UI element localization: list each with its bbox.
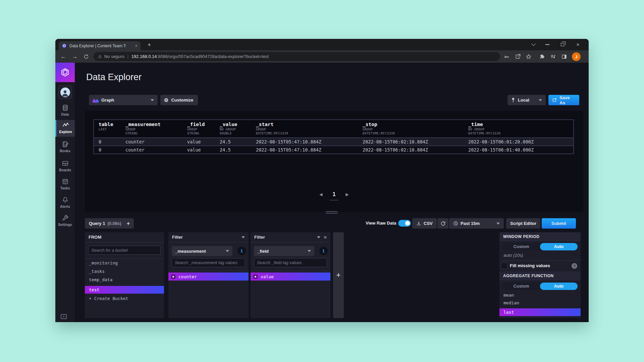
column-header[interactable]: _stopGROUPDATETIME:RFC3339	[358, 120, 464, 137]
time-range-dropdown[interactable]: Past 15m	[449, 218, 504, 229]
column-header[interactable]: _fieldGROUPSTRING	[182, 120, 215, 137]
database-icon	[62, 104, 69, 111]
refresh-button[interactable]	[437, 218, 448, 229]
filter-close-icon[interactable]: ×	[324, 234, 327, 240]
sidebar-item-explore[interactable]: Explore	[55, 120, 75, 137]
new-tab-button[interactable]: +	[145, 41, 153, 49]
resize-handle[interactable]	[326, 211, 338, 215]
divider	[85, 258, 164, 259]
table-row[interactable]: 0counter value24.5 2022-08-15T05:47:10.8…	[94, 137, 573, 145]
tab-search-button[interactable]	[527, 39, 540, 50]
add-query-button[interactable]: +	[123, 218, 134, 229]
sidebar-item-tasks[interactable]: Tasks	[55, 177, 75, 190]
password-key-icon[interactable]	[503, 53, 511, 60]
query-duration: (0.08s)	[107, 221, 121, 226]
address-bar[interactable]: ⚠ No seguro 192.168.0.14 :8086/orgs/057a…	[94, 52, 500, 61]
save-as-button[interactable]: Save As	[548, 95, 579, 105]
bucket-item[interactable]: _tasks	[89, 269, 105, 274]
field-search-input[interactable]	[254, 258, 327, 267]
sidebar-item-label: Data	[61, 112, 69, 116]
tab-close-icon[interactable]: ×	[135, 43, 138, 48]
aggregate-option[interactable]: mean	[503, 293, 514, 298]
auto-option[interactable]: Auto	[540, 283, 578, 290]
download-icon	[416, 221, 421, 226]
minimize-button[interactable]	[541, 39, 554, 50]
browser-tab[interactable]: Data Explorer | Content Team Tes ×	[59, 41, 141, 50]
timezone-dropdown[interactable]: Local	[507, 95, 546, 105]
sidebar-item-boards[interactable]: Boards	[55, 159, 75, 172]
back-button[interactable]: ←	[59, 52, 68, 61]
bucket-search-input[interactable]	[88, 246, 161, 255]
view-type-dropdown[interactable]: Graph	[89, 95, 158, 105]
side-panel-icon[interactable]	[560, 53, 568, 60]
column-header[interactable]: _startGROUPDATETIME:RFC3339	[251, 120, 358, 137]
prev-page-icon[interactable]: ◀	[319, 192, 322, 197]
filter-key-dropdown[interactable]: _measurement	[172, 246, 232, 256]
script-editor-button[interactable]: Script Editor	[506, 218, 540, 229]
aggregate-option[interactable]: median	[503, 300, 519, 305]
restore-button[interactable]	[556, 39, 569, 50]
share-icon[interactable]	[514, 53, 522, 60]
csv-download-button[interactable]: CSV	[412, 218, 437, 229]
customize-button[interactable]: ⚙ Customize	[160, 95, 198, 105]
sidebar-item-settings[interactable]: Settings	[55, 213, 75, 227]
browser-window: Data Explorer | Content Team Tes × + × ←…	[55, 39, 589, 322]
notebook-icon	[62, 141, 69, 148]
table-row[interactable]: 0counter value24.5 2022-08-15T05:47:10.8…	[94, 145, 573, 154]
fill-missing-label: Fill missing values	[510, 263, 550, 268]
query-tab[interactable]: Query 1 (0.08s)	[85, 218, 125, 229]
bucket-item[interactable]: temp_data	[89, 277, 112, 282]
next-page-icon[interactable]: ▶	[346, 192, 349, 197]
sidebar-item-alerts[interactable]: Alerts	[55, 195, 75, 208]
raw-data-table: tableLAST _measurementGROUPSTRING _field…	[93, 119, 574, 154]
extensions-icon[interactable]	[538, 53, 546, 60]
column-header[interactable]: _valueNO GROUPDOUBLE	[215, 120, 251, 137]
column-header[interactable]: _timeNO GROUPDATETIME:RFC3339	[464, 120, 573, 137]
explore-graph-icon	[62, 121, 69, 129]
add-filter-button[interactable]: +	[333, 232, 344, 318]
column-header[interactable]: _measurementGROUPSTRING	[121, 120, 182, 137]
page-title: Data Explorer	[86, 72, 142, 82]
auto-option[interactable]: Auto	[540, 243, 578, 250]
column-header[interactable]: tableLAST	[94, 120, 121, 137]
browser-menu-icon[interactable]: ⋮	[585, 52, 589, 61]
csv-label: CSV	[424, 221, 433, 226]
from-panel: FROM _monitoring _tasks temp_data test +…	[85, 232, 164, 318]
chevron-down-icon[interactable]	[317, 236, 320, 238]
measurement-search-input[interactable]	[172, 258, 245, 267]
custom-option[interactable]: Custom	[502, 283, 540, 290]
nav-expand-icon[interactable]: ›	[61, 314, 67, 319]
bucket-item[interactable]: _monitoring	[89, 260, 118, 265]
wrench-icon	[62, 215, 69, 222]
user-avatar[interactable]	[58, 85, 72, 99]
chevron-down-icon[interactable]	[241, 236, 245, 238]
view-raw-data-toggle[interactable]	[398, 220, 411, 227]
browser-toolbar: ← → ⚠ No seguro 192.168.0.14 :8086/orgs/…	[55, 50, 589, 63]
help-icon[interactable]: ?	[572, 263, 577, 269]
reading-list-icon[interactable]	[549, 53, 557, 60]
tag-value-selected[interactable]: value	[251, 273, 330, 281]
forward-button[interactable]: →	[70, 52, 79, 61]
reload-button[interactable]	[82, 52, 91, 61]
aggregate-custom-auto-toggle[interactable]: Custom Auto	[502, 283, 578, 290]
chevron-down-icon	[496, 223, 500, 225]
window-custom-auto-toggle[interactable]: Custom Auto	[502, 243, 578, 250]
bucket-item-selected[interactable]: test	[85, 286, 164, 294]
sidebar-item-data[interactable]: Data	[55, 103, 75, 116]
fill-missing-checkbox[interactable]	[501, 262, 507, 269]
filter-panel-header: Filter	[168, 232, 249, 242]
not-secure-warning-icon: ⚠	[98, 54, 102, 59]
custom-option[interactable]: Custom	[502, 243, 540, 250]
submit-button[interactable]: Submit	[542, 218, 576, 229]
current-page[interactable]: 1	[332, 191, 335, 197]
calendar-icon	[62, 178, 69, 185]
tag-value-selected[interactable]: counter	[168, 273, 249, 281]
profile-avatar[interactable]: J	[572, 52, 581, 61]
window-close-button[interactable]: ×	[571, 39, 585, 50]
create-bucket-button[interactable]: + Create Bucket	[89, 296, 128, 301]
filter-key-dropdown[interactable]: _field	[254, 246, 314, 256]
influxdb-logo[interactable]	[55, 63, 75, 82]
sidebar-item-books[interactable]: Books	[55, 139, 75, 153]
bookmark-star-icon[interactable]	[525, 53, 532, 60]
aggregate-option-selected[interactable]: last	[499, 308, 581, 316]
